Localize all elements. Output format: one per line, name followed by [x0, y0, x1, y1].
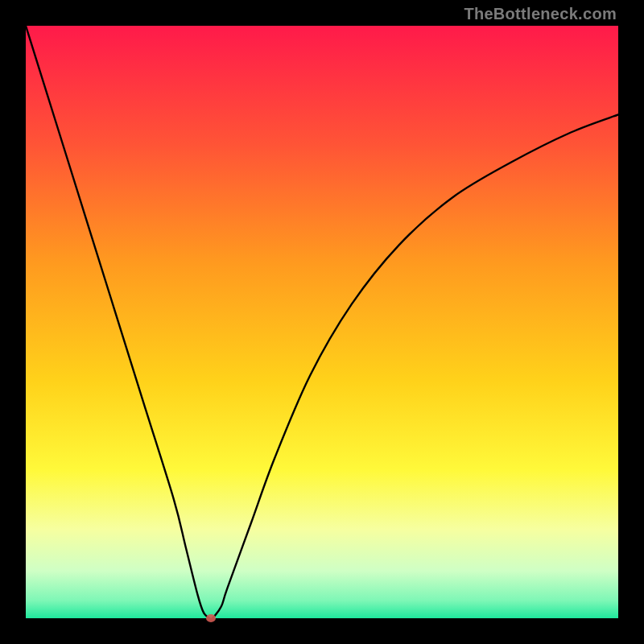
minimum-marker	[206, 614, 216, 622]
watermark-text: TheBottleneck.com	[464, 5, 617, 23]
plot-area	[26, 26, 618, 618]
chart-frame: TheBottleneck.com	[0, 0, 644, 644]
background-gradient	[26, 26, 618, 618]
svg-rect-0	[26, 26, 618, 618]
